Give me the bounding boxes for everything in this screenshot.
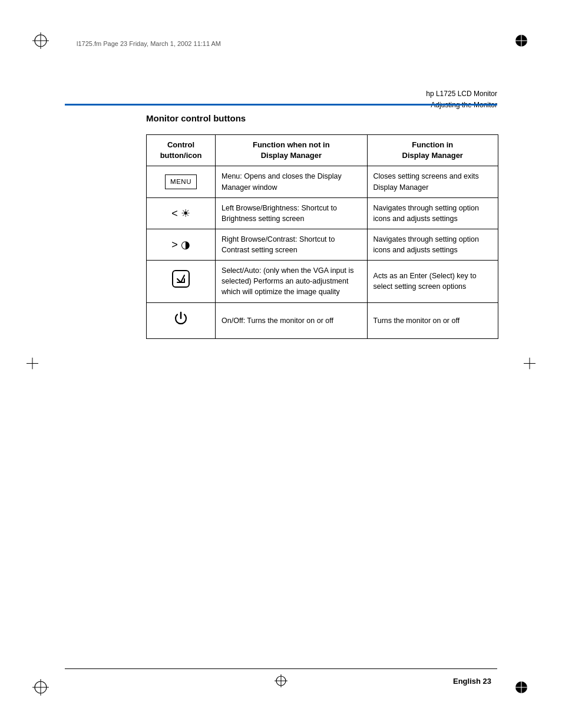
- control-icon-power: [147, 302, 216, 339]
- fn-not-brightness: Left Browse/Brightness: Shortcut to Brig…: [216, 197, 368, 229]
- svg-rect-16: [173, 271, 189, 287]
- control-icon-contrast: > ◑: [147, 229, 216, 260]
- footer-rule: [65, 668, 497, 670]
- table-row: Select/Auto: (only when the VGA input is…: [147, 261, 498, 302]
- right-margin-mark: [524, 357, 535, 371]
- menu-button-icon: MENU: [165, 174, 197, 189]
- file-info: l1725.fm Page 23 Friday, March 1, 2002 1…: [77, 40, 221, 47]
- fn-in-brightness: Navigates through setting option icons a…: [367, 197, 498, 229]
- section-title: Monitor control buttons: [146, 113, 246, 123]
- left-brightness-icon: < ☀: [171, 206, 190, 221]
- bottom-center-mark: [275, 674, 287, 689]
- corner-registration-bl: [32, 679, 49, 696]
- fn-in-power: Turns the monitor on or off: [367, 302, 498, 339]
- control-icon-select: [147, 261, 216, 302]
- fn-not-select: Select/Auto: (only when the VGA input is…: [216, 261, 368, 302]
- fn-in-contrast: Navigates through setting option icons a…: [367, 229, 498, 260]
- fn-not-contrast: Right Browse/Contrast: Shortcut to Contr…: [216, 229, 368, 260]
- page-header: hp L1725 LCD Monitor Adjusting the Monit…: [426, 88, 497, 111]
- col-header-fn-in: Function inDisplay Manager: [367, 135, 498, 166]
- corner-registration-tr: [513, 32, 530, 49]
- left-margin-mark: [27, 357, 38, 371]
- corner-registration-tl: [32, 32, 49, 49]
- table-row: < ☀ Left Browse/Brightness: Shortcut to …: [147, 197, 498, 229]
- control-buttons-table: Controlbutton/icon Function when not inD…: [146, 134, 498, 339]
- control-icon-brightness: < ☀: [147, 197, 216, 229]
- blue-rule: [65, 104, 497, 106]
- table-row: MENU Menu: Opens and closes the Display …: [147, 166, 498, 197]
- table-row: > ◑ Right Browse/Contrast: Shortcut to C…: [147, 229, 498, 260]
- col-header-fn-not: Function when not inDisplay Manager: [216, 135, 368, 166]
- control-icon-menu: MENU: [147, 166, 216, 197]
- table-row: On/Off: Turns the monitor on or off Turn…: [147, 302, 498, 339]
- page-header-line1: hp L1725 LCD Monitor: [426, 88, 497, 100]
- right-contrast-icon: > ◑: [171, 237, 190, 252]
- corner-registration-br: [513, 679, 530, 696]
- fn-not-menu: Menu: Opens and closes the Display Manag…: [216, 166, 368, 197]
- fn-not-power: On/Off: Turns the monitor on or off: [216, 302, 368, 339]
- fn-in-select: Acts as an Enter (Select) key to select …: [367, 261, 498, 302]
- fn-in-menu: Closes setting screens and exits Display…: [367, 166, 498, 197]
- col-header-control: Controlbutton/icon: [147, 135, 216, 166]
- select-auto-icon: [171, 269, 190, 294]
- power-icon: [173, 310, 189, 332]
- footer-page-number: English 23: [453, 677, 491, 686]
